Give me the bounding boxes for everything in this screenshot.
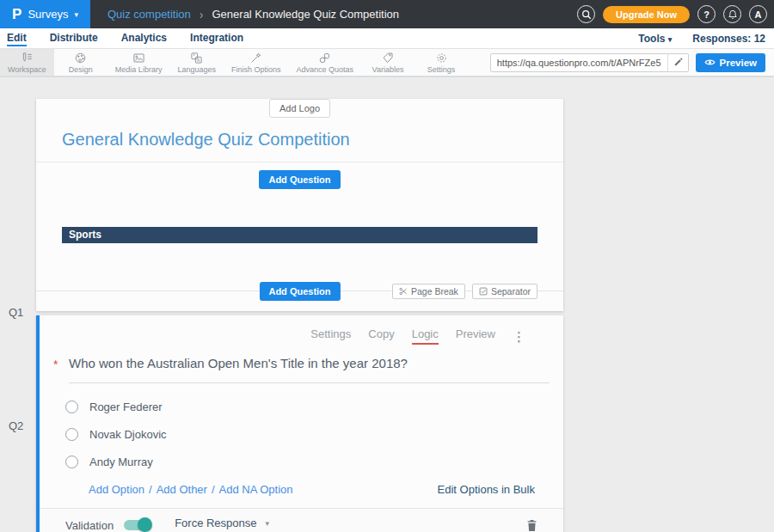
page-break-button[interactable]: Page Break [392, 284, 465, 299]
wand-icon [249, 52, 262, 64]
breadcrumb: Quiz competition › General Knowledge Qui… [90, 0, 577, 28]
upgrade-now-button[interactable]: Upgrade Now [603, 6, 690, 23]
questionpro-logo-icon: P [12, 7, 22, 21]
help-button[interactable]: ? [697, 5, 716, 23]
question-actions: Settings Copy Logic Preview ⋮ [40, 315, 563, 345]
more-options-icon[interactable]: ⋮ [513, 330, 525, 343]
chain-icon [318, 52, 331, 64]
delete-question-button[interactable] [526, 519, 538, 532]
translate-icon: *A [190, 52, 203, 64]
add-question-button-middle[interactable]: Add Question [259, 282, 340, 301]
chevron-down-icon: ▾ [668, 35, 673, 44]
answer-option-label[interactable]: Andy Murray [89, 456, 153, 468]
image-icon [132, 52, 145, 64]
toolbar-item-design[interactable]: Design [54, 49, 108, 76]
product-label: Surveys [28, 8, 68, 21]
toolbar-item-settings[interactable]: Settings [415, 49, 468, 76]
force-response-dropdown[interactable]: Force Response ▾ [173, 517, 273, 532]
breadcrumb-separator: › [200, 8, 204, 21]
survey-url-value: https://qa.questionpro.com/t/APNrFZe5 [491, 58, 667, 68]
responses-count[interactable]: Responses: 12 [692, 33, 765, 45]
eye-icon [704, 58, 716, 66]
checkbox-icon [479, 287, 488, 296]
toolbar-item-media-library[interactable]: Media Library [108, 49, 170, 76]
question-settings-tab[interactable]: Settings [310, 327, 351, 345]
chevron-down-icon: ▾ [266, 519, 270, 528]
preview-button[interactable]: Preview [696, 53, 765, 72]
tab-edit[interactable]: Edit [7, 30, 27, 46]
tab-analytics[interactable]: Analytics [121, 30, 167, 46]
preview-label: Preview [720, 58, 757, 68]
required-marker: * [53, 356, 69, 383]
answer-option-label[interactable]: Roger Federer [89, 401, 163, 413]
workspace-icon [21, 52, 34, 64]
survey-url-group: https://qa.questionpro.com/t/APNrFZe5 Pr… [490, 49, 774, 76]
question-logic-tab[interactable]: Logic [412, 327, 439, 345]
palette-icon [74, 52, 87, 64]
edit-toolbar: Workspace Design Media Library *A Langua… [0, 49, 774, 77]
toolbar-item-finish-options[interactable]: Finish Options [224, 49, 289, 76]
tab-integration[interactable]: Integration [190, 30, 243, 46]
break-buttons: Page Break Separator [392, 284, 538, 299]
question-preview-tab[interactable]: Preview [456, 327, 495, 345]
chevron-down-icon: ▾ [74, 10, 78, 19]
divider [36, 162, 563, 162]
breadcrumb-current: General Knowledge Quiz Competition [212, 8, 400, 21]
svg-text:*: * [194, 53, 195, 58]
search-icon [581, 9, 592, 20]
toolbar-item-variables[interactable]: Variables [361, 49, 415, 76]
trash-icon [526, 519, 538, 532]
answer-option-row[interactable]: Novak Djokovic [65, 428, 563, 441]
question-copy-tab[interactable]: Copy [368, 327, 394, 345]
tools-label: Tools [638, 33, 665, 45]
survey-editor-canvas: Q1 Q2 Add Logo General Knowledge Quiz Co… [0, 77, 774, 532]
toolbar-item-workspace[interactable]: Workspace [0, 49, 54, 76]
link-separator: / [149, 483, 152, 496]
answer-option-row[interactable]: Roger Federer [65, 401, 563, 413]
add-question-button-top[interactable]: Add Question [259, 170, 340, 189]
add-option-link[interactable]: Add Option [89, 483, 144, 496]
top-actions: Upgrade Now ? A [577, 0, 774, 28]
add-other-link[interactable]: Add Other [157, 483, 207, 496]
question-text-row: * Who won the Australian Open Men's Titl… [53, 356, 550, 383]
account-avatar[interactable]: A [749, 5, 767, 23]
separator-button[interactable]: Separator [472, 284, 538, 299]
tab-distribute[interactable]: Distribute [50, 30, 98, 46]
answer-option-row[interactable]: Andy Murray [65, 456, 563, 468]
notifications-button[interactable] [723, 5, 741, 23]
question-q1-section-header[interactable]: Sports [62, 227, 538, 243]
add-logo-button[interactable]: Add Logo [269, 99, 330, 118]
radio-button-icon[interactable] [65, 456, 78, 468]
answer-option-label[interactable]: Novak Djokovic [89, 428, 167, 441]
force-response-label: Force Response [175, 517, 256, 529]
radio-button-icon[interactable] [65, 428, 78, 441]
toggle-knob [138, 517, 152, 532]
gear-icon [435, 52, 448, 64]
question-number-q2: Q2 [9, 419, 23, 432]
pencil-icon [673, 58, 683, 67]
survey-title[interactable]: General Knowledge Quiz Competition [62, 130, 538, 150]
add-na-option-link[interactable]: Add NA Option [219, 483, 293, 496]
nav-right: Tools ▾ Responses: 12 [638, 33, 765, 45]
bell-icon [728, 9, 738, 20]
search-button[interactable] [577, 5, 595, 23]
survey-url-field[interactable]: https://qa.questionpro.com/t/APNrFZe5 [490, 53, 689, 72]
radio-button-icon[interactable] [65, 401, 78, 413]
validation-toggle[interactable] [124, 520, 150, 530]
svg-text:A: A [197, 58, 200, 63]
edit-options-in-bulk-link[interactable]: Edit Options in Bulk [438, 483, 535, 496]
surveys-menu[interactable]: P Surveys ▾ [0, 0, 90, 28]
question-q2-card: Settings Copy Logic Preview ⋮ * Who won … [36, 315, 563, 532]
question-number-q1: Q1 [9, 306, 23, 319]
survey-header-card: Add Logo General Knowledge Quiz Competit… [36, 99, 563, 311]
edit-url-button[interactable] [667, 53, 688, 72]
validation-bar: Validation Force Response ▾ [40, 508, 563, 532]
app-screen: P Surveys ▾ Quiz competition › General K… [0, 0, 774, 532]
breadcrumb-parent-link[interactable]: Quiz competition [108, 8, 191, 21]
toolbar-item-languages[interactable]: *A Languages [169, 49, 224, 76]
top-bar: P Surveys ▾ Quiz competition › General K… [0, 0, 774, 28]
tools-menu[interactable]: Tools ▾ [638, 33, 672, 45]
option-links-row: Add Option / Add Other / Add NA Option E… [89, 483, 535, 496]
question-text-field[interactable]: Who won the Australian Open Men's Title … [69, 356, 550, 383]
toolbar-item-advance-quotas[interactable]: Advance Quotas [288, 49, 361, 76]
